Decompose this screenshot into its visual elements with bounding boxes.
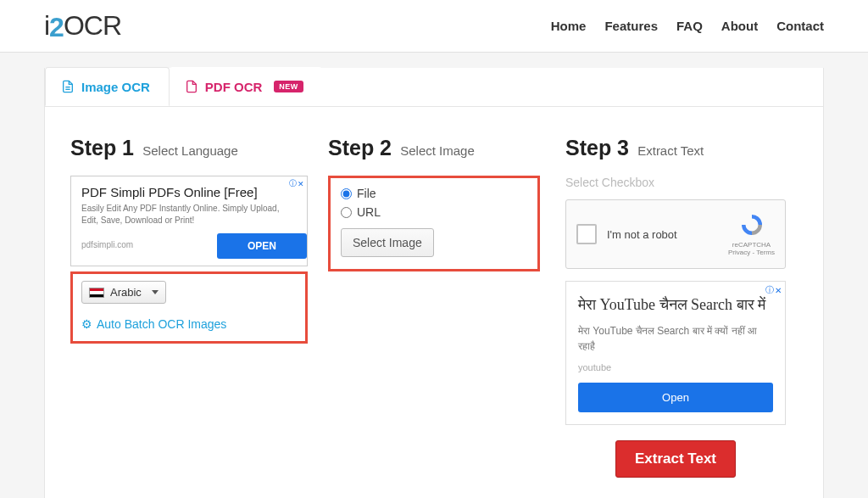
step3-heading: Step 3 Extract Text bbox=[565, 136, 786, 160]
step1-column: Step 1 Select Language ⓘ ✕ PDF Simpli PD… bbox=[70, 136, 308, 478]
language-dropdown[interactable]: Arabic bbox=[81, 281, 166, 304]
step1-heading: Step 1 Select Language bbox=[70, 136, 308, 160]
captcha-label: I'm not a robot bbox=[607, 228, 677, 241]
nav-contact[interactable]: Contact bbox=[776, 19, 824, 33]
ad2-open-button[interactable]: Open bbox=[578, 383, 773, 412]
gear-icon: ⚙ bbox=[81, 317, 92, 331]
radio-file[interactable] bbox=[341, 188, 352, 199]
ad-controls: ⓘ ✕ bbox=[765, 284, 782, 296]
logo-2: 2 bbox=[49, 12, 64, 42]
radio-file-row[interactable]: File bbox=[341, 187, 527, 200]
step3-subtitle: Select Checkbox bbox=[565, 176, 786, 189]
nav-faq[interactable]: FAQ bbox=[676, 19, 703, 33]
step-number: Step 3 bbox=[565, 136, 629, 159]
extract-text-button[interactable]: Extract Text bbox=[615, 440, 736, 478]
auto-batch-label: Auto Batch OCR Images bbox=[97, 317, 226, 331]
ad-panel-1: ⓘ ✕ PDF Simpli PDFs Online [Free] Easily… bbox=[70, 176, 308, 266]
tab-label: PDF OCR bbox=[205, 80, 263, 94]
ad-panel-2: ⓘ ✕ मेरा YouTube चैनल Search बार में मेर… bbox=[565, 281, 786, 425]
step2-column: Step 2 Select Image File URL Select Imag… bbox=[328, 136, 540, 478]
recaptcha-icon bbox=[739, 212, 765, 238]
new-badge: NEW bbox=[274, 81, 303, 92]
ad-close-icon[interactable]: ✕ bbox=[298, 180, 304, 188]
language-section-highlight: Arabic ⚙ Auto Batch OCR Images bbox=[70, 271, 308, 344]
captcha-checkbox[interactable] bbox=[576, 224, 597, 244]
ad2-title[interactable]: मेरा YouTube चैनल Search बार में bbox=[578, 295, 773, 315]
logo-ocr: OCR bbox=[64, 10, 121, 41]
language-value: Arabic bbox=[110, 286, 142, 299]
step-number: Step 2 bbox=[328, 136, 392, 159]
step2-heading: Step 2 Select Image bbox=[328, 136, 540, 160]
radio-url[interactable] bbox=[341, 207, 352, 218]
logo[interactable]: i2OCR bbox=[44, 10, 121, 42]
ad-open-button[interactable]: OPEN bbox=[217, 233, 307, 259]
document-icon bbox=[61, 79, 75, 94]
main-nav: Home Features FAQ About Contact bbox=[551, 19, 824, 33]
ad-controls: ⓘ ✕ bbox=[289, 178, 304, 189]
nav-features[interactable]: Features bbox=[604, 19, 658, 33]
chevron-down-icon bbox=[152, 290, 159, 294]
image-source-highlight: File URL Select Image bbox=[328, 176, 540, 271]
step-label: Select Language bbox=[142, 143, 238, 158]
step3-column: Step 3 Extract Text Select Checkbox I'm … bbox=[565, 136, 786, 478]
nav-home[interactable]: Home bbox=[551, 19, 587, 33]
main-container: Image OCR PDF OCR NEW Step 1 Select Lang… bbox=[44, 68, 824, 498]
ad2-domain: youtube bbox=[578, 362, 773, 372]
radio-file-label: File bbox=[357, 187, 376, 200]
step-label: Extract Text bbox=[637, 143, 704, 158]
radio-url-row[interactable]: URL bbox=[341, 205, 527, 219]
recaptcha-box: I'm not a robot reCAPTCHA Privacy - Term… bbox=[565, 199, 786, 269]
ad-close-icon[interactable]: ✕ bbox=[775, 286, 782, 295]
ad2-subtitle: मेरा YouTube चैनल Search बार में क्यों न… bbox=[578, 323, 773, 354]
step-number: Step 1 bbox=[70, 136, 134, 159]
auto-batch-link[interactable]: ⚙ Auto Batch OCR Images bbox=[81, 317, 297, 331]
ad-info-icon[interactable]: ⓘ bbox=[765, 284, 774, 296]
ad-info-icon[interactable]: ⓘ bbox=[289, 178, 297, 189]
tab-label: Image OCR bbox=[81, 80, 150, 94]
tab-image-ocr[interactable]: Image OCR bbox=[45, 67, 170, 106]
select-image-button[interactable]: Select Image bbox=[341, 228, 434, 257]
captcha-brand: reCAPTCHA bbox=[728, 241, 775, 249]
flag-icon bbox=[89, 288, 104, 298]
header: i2OCR Home Features FAQ About Contact bbox=[0, 0, 868, 53]
pdf-icon bbox=[185, 79, 198, 94]
nav-about[interactable]: About bbox=[721, 19, 758, 33]
captcha-terms[interactable]: Privacy - Terms bbox=[728, 249, 775, 256]
tabs: Image OCR PDF OCR NEW bbox=[45, 68, 823, 107]
ad-subtitle: Easily Edit Any PDF Instantly Online. Si… bbox=[81, 203, 297, 227]
ad-title[interactable]: PDF Simpli PDFs Online [Free] bbox=[81, 185, 297, 199]
radio-url-label: URL bbox=[357, 205, 381, 219]
ad-domain: pdfsimpli.com bbox=[81, 240, 133, 249]
tab-pdf-ocr[interactable]: PDF OCR NEW bbox=[170, 67, 322, 106]
step-label: Select Image bbox=[400, 143, 475, 158]
